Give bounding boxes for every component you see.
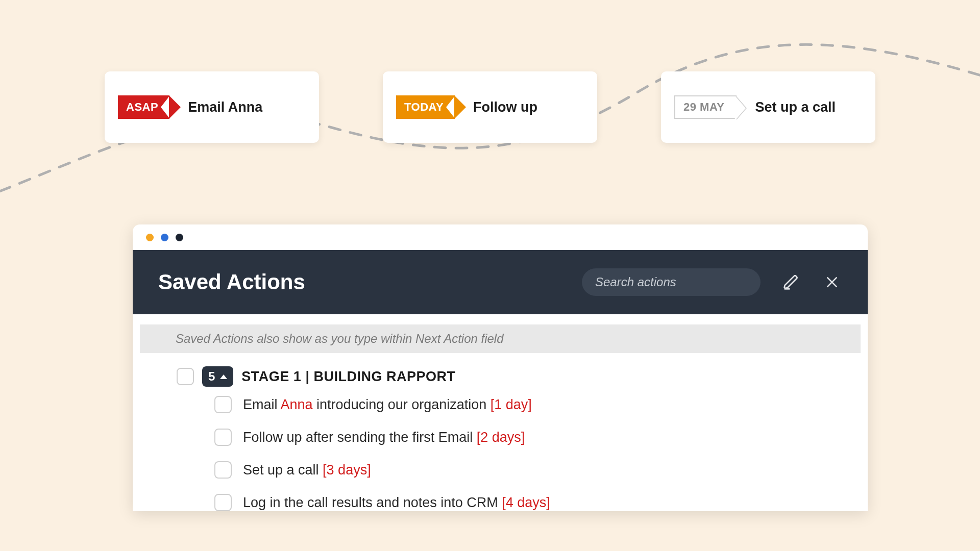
card-task: Follow up (473, 99, 537, 115)
list-item[interactable]: Log in the call results and notes into C… (214, 494, 868, 511)
list-item[interactable]: Follow up after sending the first Email … (214, 429, 868, 446)
action-checkbox[interactable] (214, 461, 232, 479)
stage-checkbox[interactable] (177, 368, 194, 385)
search-input[interactable] (582, 268, 761, 296)
traffic-light-max-icon[interactable] (176, 234, 183, 241)
stage-count-value: 5 (208, 369, 215, 384)
action-checkbox[interactable] (214, 396, 232, 413)
panel-title: Saved Actions (158, 270, 305, 294)
chevron-up-icon (220, 374, 227, 379)
timeline-row: ASAP Email Anna TODAY Follow up 29 MAY S… (0, 71, 980, 143)
action-list: Email Anna introducing our organization … (133, 392, 868, 511)
stage-header: 5 STAGE 1 | BUILDING RAPPORT (133, 353, 868, 392)
card-task: Email Anna (188, 99, 262, 115)
tag-label: 29 MAY (683, 101, 724, 114)
stage-title: STAGE 1 | BUILDING RAPPORT (241, 369, 455, 385)
action-text: Email Anna introducing our organization … (243, 397, 532, 413)
edit-button[interactable] (781, 272, 801, 292)
traffic-light-close-icon[interactable] (146, 234, 154, 241)
tag-label: ASAP (126, 101, 158, 114)
close-button[interactable] (822, 272, 842, 292)
action-checkbox[interactable] (214, 429, 232, 446)
priority-tag: TODAY (396, 95, 455, 119)
pencil-icon (783, 274, 799, 290)
action-text: Follow up after sending the first Email … (243, 430, 525, 445)
saved-actions-window: Saved Actions Saved Actions also show as… (133, 224, 868, 511)
panel-header: Saved Actions (133, 250, 868, 314)
list-item[interactable]: Set up a call [3 days] (214, 461, 868, 479)
timeline-card-date[interactable]: 29 MAY Set up a call (661, 71, 875, 143)
stage-count-toggle[interactable]: 5 (202, 366, 233, 387)
close-icon (824, 274, 840, 290)
priority-tag: ASAP (118, 95, 169, 119)
card-task: Set up a call (755, 99, 836, 115)
action-checkbox[interactable] (214, 494, 232, 511)
tag-label: TODAY (404, 101, 444, 114)
traffic-light-min-icon[interactable] (161, 234, 168, 241)
date-tag: 29 MAY (674, 95, 737, 119)
window-titlebar (133, 224, 868, 250)
timeline-card-asap[interactable]: ASAP Email Anna (105, 71, 319, 143)
hint-banner: Saved Actions also show as you type with… (140, 324, 861, 353)
timeline-card-today[interactable]: TODAY Follow up (383, 71, 597, 143)
list-item[interactable]: Email Anna introducing our organization … (214, 396, 868, 413)
action-text: Log in the call results and notes into C… (243, 495, 550, 511)
action-text: Set up a call [3 days] (243, 462, 371, 478)
